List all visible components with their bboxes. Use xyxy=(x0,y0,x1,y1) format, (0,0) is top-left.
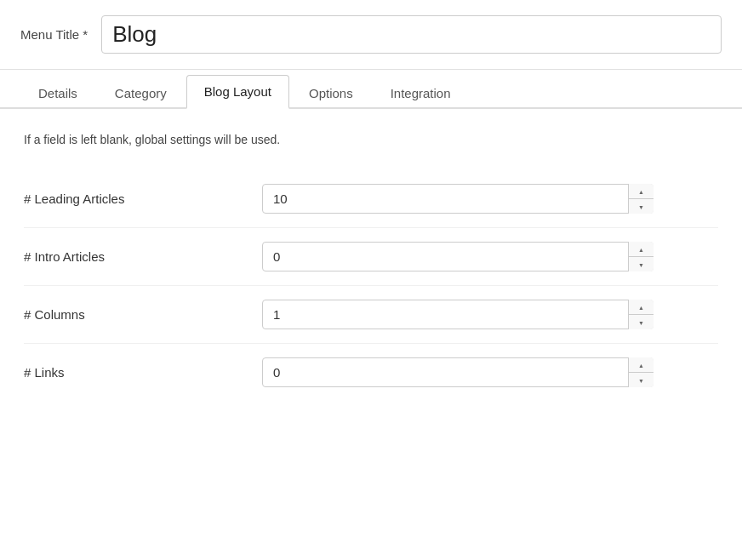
chevron-up-icon xyxy=(638,186,644,196)
tab-options[interactable]: Options xyxy=(291,77,371,109)
form-row-columns: # Columns xyxy=(24,286,718,344)
columns-increment[interactable] xyxy=(629,300,654,315)
menu-title-row: Menu Title * xyxy=(0,0,742,70)
columns-label: # Columns xyxy=(24,307,262,322)
intro-articles-spinner-wrapper xyxy=(262,242,654,271)
links-input[interactable] xyxy=(262,357,654,387)
leading-articles-label: # Leading Articles xyxy=(24,191,262,206)
leading-articles-spinner-wrapper xyxy=(262,184,654,214)
links-label: # Links xyxy=(24,365,262,380)
columns-input[interactable] xyxy=(262,300,654,329)
chevron-down-icon xyxy=(638,260,644,269)
tab-integration[interactable]: Integration xyxy=(373,77,469,109)
global-notice: If a field is left blank, global setting… xyxy=(24,133,718,146)
chevron-down-icon xyxy=(638,375,644,385)
chevron-up-icon xyxy=(638,360,644,369)
links-spinner-buttons xyxy=(628,357,654,387)
chevron-down-icon xyxy=(638,317,644,327)
intro-articles-increment[interactable] xyxy=(629,242,654,257)
intro-articles-spinner-buttons xyxy=(628,242,654,271)
content-area: If a field is left blank, global setting… xyxy=(0,109,742,425)
leading-articles-input[interactable] xyxy=(262,184,654,214)
leading-articles-spinner-buttons xyxy=(628,184,654,214)
columns-spinner-wrapper xyxy=(262,300,654,329)
chevron-up-icon xyxy=(638,244,644,254)
links-spinner-wrapper xyxy=(262,357,654,387)
intro-articles-label: # Intro Articles xyxy=(24,249,262,264)
form-row-leading-articles: # Leading Articles xyxy=(24,170,718,228)
form-section: # Leading Articles # Intro Articles xyxy=(24,170,718,401)
links-decrement[interactable] xyxy=(629,373,654,387)
chevron-up-icon xyxy=(638,302,644,311)
form-row-intro-articles: # Intro Articles xyxy=(24,228,718,286)
form-row-links: # Links xyxy=(24,344,718,401)
leading-articles-increment[interactable] xyxy=(629,184,654,199)
tab-details[interactable]: Details xyxy=(20,77,95,109)
chevron-down-icon xyxy=(638,202,644,211)
tabs-bar: Details Category Blog Layout Options Int… xyxy=(0,73,742,109)
columns-spinner-buttons xyxy=(628,300,654,329)
intro-articles-input[interactable] xyxy=(262,242,654,271)
leading-articles-decrement[interactable] xyxy=(629,199,654,214)
intro-articles-decrement[interactable] xyxy=(629,257,654,271)
columns-decrement[interactable] xyxy=(629,315,654,329)
links-increment[interactable] xyxy=(629,357,654,373)
menu-title-label: Menu Title * xyxy=(20,27,88,42)
tab-blog-layout[interactable]: Blog Layout xyxy=(186,75,289,109)
menu-title-input[interactable] xyxy=(101,15,722,54)
tab-category[interactable]: Category xyxy=(97,77,185,109)
